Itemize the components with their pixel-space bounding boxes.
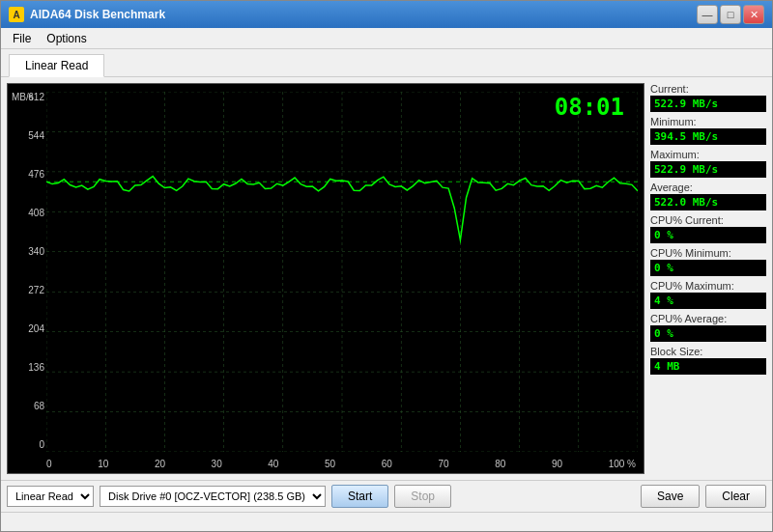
content-area: 0 68 136 204 272 340 408 476 544 612 MB/… — [1, 77, 772, 480]
main-window: A AIDA64 Disk Benchmark — □ ✕ File Optio… — [0, 0, 773, 532]
title-bar: A AIDA64 Disk Benchmark — □ ✕ — [1, 1, 772, 28]
average-label: Average: — [650, 182, 766, 193]
cpu-minimum-label: CPU% Minimum: — [650, 247, 766, 259]
test-type-dropdown[interactable]: Linear Read — [7, 486, 94, 507]
stat-cpu-maximum: CPU% Maximum: 4 % — [650, 280, 766, 309]
cpu-minimum-value: 0 % — [650, 260, 766, 276]
stats-panel: Current: 522.9 MB/s Minimum: 394.5 MB/s … — [650, 83, 766, 474]
close-button[interactable]: ✕ — [743, 5, 764, 24]
menu-bar: File Options — [1, 28, 772, 49]
cpu-current-label: CPU% Current: — [650, 214, 766, 226]
current-value: 522.9 MB/s — [650, 96, 766, 112]
stat-cpu-minimum: CPU% Minimum: 0 % — [650, 247, 766, 276]
minimize-button[interactable]: — — [697, 5, 718, 24]
app-icon: A — [9, 7, 24, 22]
stat-block-size: Block Size: 4 MB — [650, 346, 766, 375]
stat-average: Average: 522.0 MB/s — [650, 182, 766, 210]
cpu-average-value: 0 % — [650, 325, 766, 342]
stat-cpu-average: CPU% Average: 0 % — [650, 313, 766, 342]
chart-panel: 0 68 136 204 272 340 408 476 544 612 MB/… — [7, 83, 644, 474]
maximize-button[interactable]: □ — [720, 5, 741, 24]
save-button[interactable]: Save — [641, 485, 700, 508]
stat-current: Current: 522.9 MB/s — [650, 83, 766, 112]
cpu-average-label: CPU% Average: — [650, 313, 766, 324]
tab-linear-read[interactable]: Linear Read — [9, 54, 104, 77]
block-size-label: Block Size: — [650, 346, 766, 357]
cpu-maximum-label: CPU% Maximum: — [650, 280, 766, 292]
stop-button[interactable]: Stop — [394, 485, 451, 508]
stat-cpu-current: CPU% Current: 0 % — [650, 214, 766, 243]
maximum-value: 522.9 MB/s — [650, 161, 766, 178]
cpu-current-value: 0 % — [650, 227, 766, 243]
benchmark-chart — [46, 92, 638, 452]
current-label: Current: — [650, 83, 766, 95]
y-axis-labels: 0 68 136 204 272 340 408 476 544 612 — [10, 92, 44, 450]
x-axis-labels: 0 10 20 30 40 50 60 70 80 90 100 % — [46, 459, 636, 469]
tab-bar: Linear Read — [1, 49, 772, 77]
clear-button[interactable]: Clear — [705, 485, 766, 508]
status-bar — [1, 512, 772, 531]
stat-maximum: Maximum: 522.9 MB/s — [650, 149, 766, 178]
start-button[interactable]: Start — [331, 485, 388, 508]
minimum-label: Minimum: — [650, 116, 766, 127]
menu-file[interactable]: File — [5, 30, 39, 47]
disk-dropdown[interactable]: Disk Drive #0 [OCZ-VECTOR] (238.5 GB) — [100, 486, 326, 507]
bottom-bar: Linear Read Disk Drive #0 [OCZ-VECTOR] (… — [1, 480, 772, 512]
cpu-maximum-value: 4 % — [650, 293, 766, 309]
block-size-value: 4 MB — [650, 358, 766, 375]
stat-minimum: Minimum: 394.5 MB/s — [650, 116, 766, 145]
window-title: AIDA64 Disk Benchmark — [30, 8, 691, 21]
menu-options[interactable]: Options — [39, 30, 94, 47]
window-controls: — □ ✕ — [697, 5, 764, 24]
mbs-label: MB/s — [12, 92, 34, 102]
maximum-label: Maximum: — [650, 149, 766, 160]
minimum-value: 394.5 MB/s — [650, 128, 766, 145]
average-value: 522.0 MB/s — [650, 194, 766, 210]
